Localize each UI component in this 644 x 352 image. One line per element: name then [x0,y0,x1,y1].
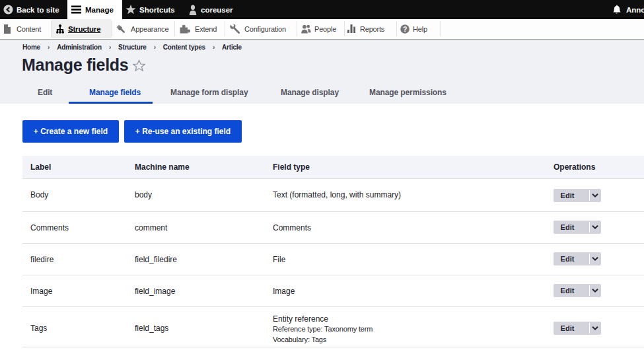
svg-text:?: ? [403,24,407,32]
